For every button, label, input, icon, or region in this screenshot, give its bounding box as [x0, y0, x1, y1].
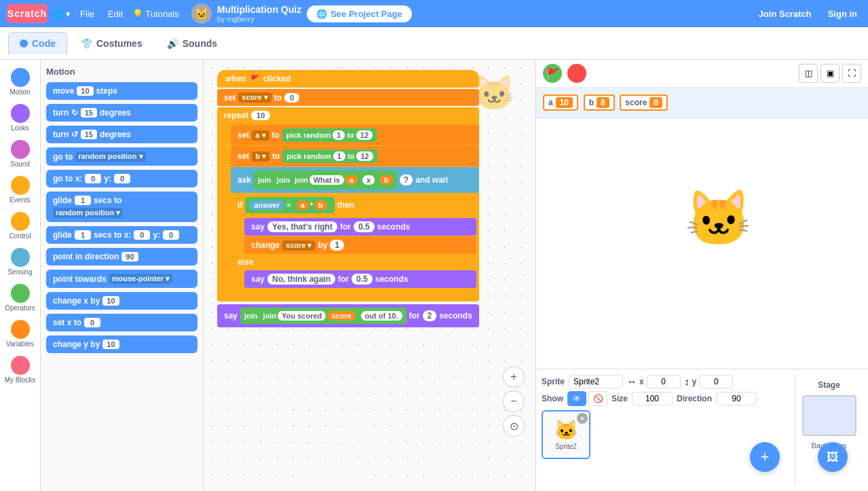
zoom-controls: + − ⊙	[503, 366, 525, 437]
repeat-block[interactable]: repeat 10 set a ▾ to pick random 1 to 12	[217, 107, 479, 302]
sidebar-item-variables[interactable]: Variables	[0, 317, 40, 350]
show-visible-button[interactable]: 👁	[567, 391, 586, 406]
green-flag-button[interactable]: 🚩	[543, 64, 562, 83]
flag-icon: 🚩	[250, 74, 260, 84]
stop-button[interactable]	[567, 64, 586, 83]
add-backdrop-button[interactable]: 🖼	[818, 442, 848, 472]
move-block[interactable]: move 10 steps	[46, 82, 197, 100]
code-tab-icon	[20, 39, 28, 48]
goto-xy-block[interactable]: go to x: 0 y: 0	[46, 170, 197, 187]
stage-fullscreen-button[interactable]: ⛶	[842, 64, 861, 83]
turn-cw-block[interactable]: turn ↻ 15 degrees	[46, 104, 197, 122]
zoom-in-button[interactable]: +	[503, 366, 525, 388]
looks-circle	[11, 104, 30, 123]
tab-code[interactable]: Code	[8, 32, 67, 54]
direction-input[interactable]	[716, 392, 757, 405]
sidebar-item-myblocks[interactable]: My Blocks	[0, 353, 40, 386]
sprite-name-input[interactable]	[569, 375, 623, 388]
if-else-block[interactable]: if answer = a * b then	[231, 194, 479, 296]
var-b-badge: b 8	[584, 94, 615, 111]
when-flag-block[interactable]: when 🚩 clicked	[217, 70, 479, 88]
zoom-fit-button[interactable]: ⊙	[503, 415, 525, 437]
variables-label: Variables	[6, 340, 34, 348]
show-buttons: 👁 🚫	[567, 391, 607, 406]
say-no-block[interactable]: say No, think again for 0.5 seconds	[244, 270, 476, 288]
goto-block[interactable]: go to random position ▾	[46, 147, 197, 166]
motion-label: Motion	[10, 88, 30, 96]
join-link[interactable]: Join Scratch	[755, 9, 816, 19]
operators-circle	[11, 284, 30, 303]
size-input[interactable]	[632, 392, 673, 405]
set-score-block[interactable]: set score ▾ to 0	[217, 89, 479, 106]
bulb-icon: 💡	[132, 9, 143, 19]
tab-sounds[interactable]: 🔊 Sounds	[156, 33, 228, 54]
set-a-block[interactable]: set a ▾ to pick random 1 to 12	[231, 125, 479, 145]
sidebar-item-operators[interactable]: Operators	[0, 281, 40, 314]
globe-icon: 🌐	[53, 9, 64, 19]
add-sprite-button[interactable]: +	[750, 442, 780, 472]
say-yes-block[interactable]: say Yes, that's right for 0.5 seconds	[244, 218, 476, 236]
sprite-delete-button[interactable]: ✕	[577, 413, 588, 424]
toolbar: Code 👕 Costumes 🔊 Sounds	[0, 27, 868, 60]
stage-area: 🚩 ◫ ▣ ⛶ a 10 b 8 score 0	[535, 60, 868, 491]
see-project-button[interactable]: 🌐 See Project Page	[307, 5, 412, 22]
show-hidden-button[interactable]: 🚫	[588, 391, 607, 406]
glide-to-block[interactable]: glide 1 secs to random position ▾	[46, 192, 197, 222]
project-author: by mgberry	[217, 15, 301, 23]
sprites-panel: Sprite ↔ x ↕ y Show	[536, 369, 868, 491]
stage-large-button[interactable]: ▣	[820, 64, 839, 83]
sidebar-item-looks[interactable]: Looks	[0, 101, 40, 134]
cat-sprite-canvas: 🐱	[473, 73, 515, 113]
sensing-label: Sensing	[7, 268, 32, 276]
ask-block[interactable]: ask join join join What is a	[231, 167, 479, 193]
sidebar-item-sensing[interactable]: Sensing	[0, 245, 40, 278]
tutorials-label[interactable]: Tutorials	[145, 9, 178, 19]
project-title: Multiplication Quiz	[217, 4, 301, 15]
events-label: Events	[10, 196, 31, 204]
control-label: Control	[9, 232, 31, 240]
show-label: Show	[542, 394, 563, 403]
sidebar-item-events[interactable]: Events	[0, 173, 40, 206]
stage-small-button[interactable]: ◫	[799, 64, 818, 83]
change-y-block[interactable]: change y by 10	[46, 335, 197, 353]
sprite-info-row: Sprite ↔ x ↕ y	[542, 375, 789, 388]
tab-costumes[interactable]: 👕 Costumes	[70, 33, 153, 54]
point-dir-block[interactable]: point in direction 90	[46, 248, 197, 266]
control-circle	[11, 212, 30, 231]
sidebar-item-control[interactable]: Control	[0, 209, 40, 242]
arrows-icon: ↔	[627, 376, 637, 387]
globe-button[interactable]: 🌐 ▾	[53, 9, 71, 19]
sprite-y-input[interactable]	[699, 375, 733, 388]
top-nav: Scratch 🌐 ▾ File Edit 💡 Tutorials 🐱 Mult…	[0, 0, 868, 27]
sensing-circle	[11, 248, 30, 267]
set-x-block[interactable]: set x to 0	[46, 314, 197, 331]
zoom-out-button[interactable]: −	[503, 390, 525, 412]
stage-layout-buttons: ◫ ▣ ⛶	[799, 64, 861, 83]
scratch-logo[interactable]: Scratch	[7, 4, 48, 23]
tutorials-link[interactable]: 💡 Tutorials	[132, 9, 178, 19]
stage-mini-thumbnail[interactable]	[802, 395, 856, 436]
turn-ccw-block[interactable]: turn ↺ 15 degrees	[46, 126, 197, 143]
motion-circle	[11, 68, 30, 87]
point-towards-block[interactable]: point towards mouse-pointer ▾	[46, 270, 197, 288]
say-final-block[interactable]: say join join You scored score out of 10…	[217, 304, 479, 327]
sprite-x-input[interactable]	[647, 375, 681, 388]
sound-label: Sound	[10, 160, 30, 168]
set-b-block[interactable]: set b ▾ to pick random 1 to 12	[231, 146, 479, 166]
change-score-block[interactable]: change score ▾ by 1	[244, 236, 476, 254]
variables-circle	[11, 320, 30, 339]
sprite-info-row2: Show 👁 🚫 Size Direction	[542, 391, 789, 406]
sidebar-item-sound[interactable]: Sound	[0, 137, 40, 170]
sprite-thumb-sprite2[interactable]: 🐱 Sprite2 ✕	[542, 410, 590, 459]
signin-link[interactable]: Sign in	[824, 9, 861, 19]
costumes-icon: 👕	[81, 38, 92, 49]
sidebar-item-motion[interactable]: Motion	[0, 65, 40, 98]
glide-xy-block[interactable]: glide 1 secs to x: 0 y: 0	[46, 226, 197, 244]
change-x-block[interactable]: change x by 10	[46, 292, 197, 310]
stage-canvas: 🐱	[536, 118, 868, 369]
events-circle	[11, 176, 30, 195]
file-menu[interactable]: File	[76, 9, 98, 19]
sounds-icon: 🔊	[167, 38, 178, 49]
direction-label: Direction	[677, 394, 712, 403]
edit-menu[interactable]: Edit	[104, 9, 127, 19]
